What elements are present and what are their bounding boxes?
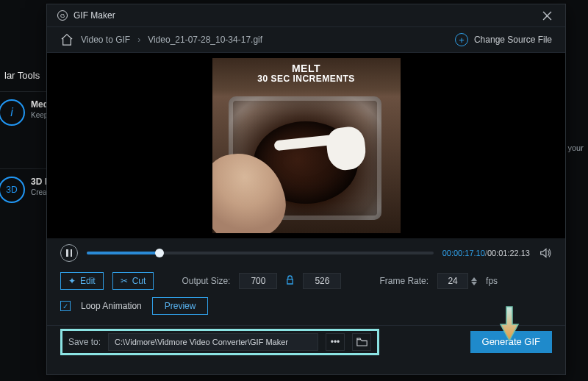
- home-button[interactable]: [60, 34, 74, 46]
- save-path-input[interactable]: C:\Vidmore\Vidmore Video Converter\GIF M…: [108, 333, 318, 351]
- generate-gif-button[interactable]: Generate GIF: [470, 331, 552, 353]
- overlay-line1: MELT: [212, 63, 401, 74]
- seek-slider[interactable]: [87, 252, 434, 254]
- close-icon: [542, 11, 552, 21]
- save-to-highlight: Save to: C:\Vidmore\Vidmore Video Conver…: [60, 329, 379, 355]
- speaker-icon: [539, 246, 552, 260]
- video-frame: MELT 30 SEC INCREMENTS: [212, 58, 401, 233]
- cut-label: Cut: [132, 276, 146, 286]
- plus-circle-icon: +: [455, 33, 468, 46]
- settings-row-2: ✓ Loop Animation Preview: [47, 291, 565, 325]
- settings-row: ✦Edit ✂Cut Output Size: 700 526 Frame Ra…: [47, 268, 565, 291]
- frame-rate-input[interactable]: 24: [437, 273, 468, 289]
- preview-button[interactable]: Preview: [152, 297, 209, 315]
- loop-animation-label: Loop Animation: [81, 301, 142, 311]
- frame-rate-label: Frame Rate:: [379, 276, 429, 286]
- preview-label: Preview: [165, 301, 196, 311]
- time-current: 00:00:17.10: [442, 249, 485, 257]
- 3d-icon: 3D: [0, 177, 25, 203]
- gif-maker-icon: G: [57, 10, 68, 21]
- chevron-right-icon: ›: [137, 35, 140, 45]
- wand-icon: ✦: [68, 276, 76, 286]
- save-row: Save to: C:\Vidmore\Vidmore Video Conver…: [47, 325, 565, 357]
- cut-button[interactable]: ✂Cut: [112, 272, 154, 290]
- loop-animation-checkbox[interactable]: ✓: [60, 301, 71, 311]
- folder-icon: [356, 338, 368, 346]
- change-source-button[interactable]: + Change Source File: [455, 33, 552, 46]
- output-size-label: Output Size:: [182, 276, 230, 286]
- save-path-more-button[interactable]: •••: [326, 333, 345, 351]
- change-source-label: Change Source File: [474, 35, 552, 45]
- output-height-input[interactable]: 526: [303, 273, 341, 289]
- overlay-line2: 30 SEC INCREMENTS: [212, 74, 401, 85]
- fps-label: fps: [486, 276, 498, 286]
- chevron-up-icon: [471, 277, 477, 281]
- info-icon: i: [0, 99, 25, 126]
- edit-button[interactable]: ✦Edit: [60, 272, 104, 290]
- player-controls: 00:00:17.10/00:01:22.13: [47, 238, 565, 268]
- scissors-icon: ✂: [121, 276, 128, 286]
- edit-label: Edit: [80, 276, 96, 286]
- dialog-titlebar: G GIF Maker: [47, 4, 565, 26]
- lock-aspect-button[interactable]: [286, 275, 294, 287]
- breadcrumb: Video to GIF › Video_21-07-28_10-34-17.g…: [47, 26, 565, 53]
- chevron-down-icon: [471, 282, 477, 285]
- breadcrumb-item-root[interactable]: Video to GIF: [81, 35, 130, 45]
- home-icon: [60, 34, 74, 46]
- close-button[interactable]: [539, 7, 555, 24]
- volume-button[interactable]: [539, 246, 552, 260]
- time-total: 00:01:22.13: [487, 249, 530, 257]
- lock-icon: [286, 275, 294, 285]
- open-folder-button[interactable]: [352, 333, 371, 351]
- save-to-label: Save to:: [68, 337, 101, 347]
- video-preview[interactable]: MELT 30 SEC INCREMENTS: [47, 53, 565, 238]
- pause-icon: [66, 249, 72, 257]
- time-display: 00:00:17.10/00:01:22.13: [442, 249, 530, 257]
- gif-maker-dialog: G GIF Maker Video to GIF › Video_21-07-2…: [46, 4, 566, 375]
- output-width-input[interactable]: 700: [239, 273, 277, 289]
- breadcrumb-item-file: Video_21-07-28_10-34-17.gif: [148, 35, 262, 45]
- frame-rate-stepper[interactable]: [471, 277, 477, 285]
- dialog-title: GIF Maker: [74, 10, 115, 21]
- play-pause-button[interactable]: [60, 244, 78, 262]
